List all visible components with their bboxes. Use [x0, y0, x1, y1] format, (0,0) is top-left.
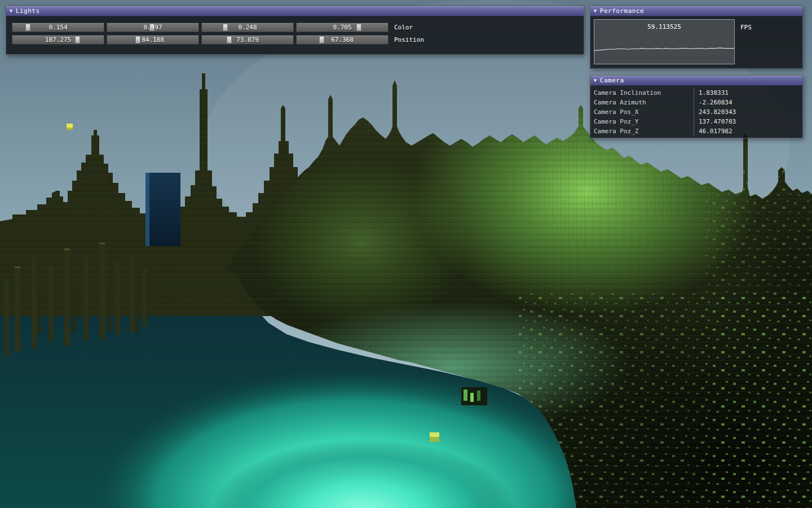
slider-value: 84.188 — [107, 36, 198, 44]
lights-panel: ▼ Lights 0.154 0.497 0.248 0.705 Color — [6, 6, 584, 55]
slider-value: 0.248 — [202, 23, 293, 32]
collapse-triangle-icon[interactable]: ▼ — [10, 9, 12, 14]
camera-titlebar[interactable]: ▼ Camera — [590, 76, 802, 86]
position-row-label: Position — [394, 36, 424, 43]
camera-row-pos-z: Camera Poz_Z 46.017982 — [590, 126, 802, 136]
light-position-slider-2[interactable]: 73.879 — [201, 35, 294, 45]
performance-panel-title: Performance — [600, 7, 644, 15]
light-position-row: 187.275 84.188 73.879 67.368 Position — [12, 35, 579, 45]
camera-row-value: -2.260834 — [694, 98, 732, 107]
camera-row-pos-x: Camera Pos_X 243.820343 — [590, 107, 802, 117]
camera-row-label: Camera Poz_Y — [590, 117, 694, 126]
slider-value: 73.879 — [202, 36, 293, 44]
camera-row-pos-y: Camera Poz_Y 137.470703 — [590, 117, 802, 126]
collapse-triangle-icon[interactable]: ▼ — [594, 9, 597, 14]
performance-titlebar[interactable]: ▼ Performance — [590, 6, 802, 16]
camera-panel: ▼ Camera Camera Inclination 1.838331 Cam… — [590, 75, 803, 138]
camera-panel-title: Camera — [600, 77, 624, 84]
lights-titlebar[interactable]: ▼ Lights — [6, 6, 584, 16]
camera-row-label: Camera Poz_Z — [590, 126, 694, 136]
lights-panel-title: Lights — [16, 7, 40, 15]
slider-value: 67.368 — [297, 36, 388, 44]
fps-graph: 59.113525 — [594, 19, 735, 64]
slider-value: 0.154 — [12, 23, 104, 32]
fps-unit-label: FPS — [740, 24, 752, 64]
camera-row-value: 46.017982 — [694, 126, 732, 136]
performance-panel: ▼ Performance 59.113525 FPS — [590, 6, 803, 69]
light-color-slider-0[interactable]: 0.154 — [12, 23, 104, 32]
camera-row-azimuth: Camera Azimuth -2.260834 — [590, 98, 802, 107]
camera-row-value: 137.470703 — [694, 117, 736, 126]
slider-value: 187.275 — [12, 36, 104, 44]
monolith-block — [145, 173, 180, 246]
camera-row-label: Camera Inclination — [590, 88, 694, 98]
camera-body: Camera Inclination 1.838331 Camera Azimu… — [590, 86, 802, 136]
camera-row-inclination: Camera Inclination 1.838331 — [590, 88, 802, 98]
light-color-slider-3[interactable]: 0.705 — [296, 23, 389, 32]
camera-row-value: 243.820343 — [694, 107, 736, 117]
light-color-row: 0.154 0.497 0.248 0.705 Color — [12, 23, 579, 32]
slider-value: 0.705 — [297, 23, 388, 32]
light-position-slider-3[interactable]: 67.368 — [296, 35, 389, 45]
light-color-slider-1[interactable]: 0.497 — [107, 23, 199, 32]
camera-row-value: 1.838331 — [694, 88, 729, 98]
color-row-label: Color — [394, 24, 413, 31]
camera-row-label: Camera Azimuth — [590, 98, 694, 107]
shore-voxel-clump — [461, 387, 487, 405]
fps-graph-line — [594, 48, 734, 51]
camera-row-label: Camera Pos_X — [590, 107, 694, 117]
performance-body: 59.113525 FPS — [590, 16, 802, 67]
light-position-slider-0[interactable]: 187.275 — [12, 35, 104, 45]
light-cube-1 — [67, 124, 73, 130]
lights-body: 0.154 0.497 0.248 0.705 Color 187.275 — [6, 16, 584, 45]
fps-value: 59.113525 — [594, 23, 734, 30]
light-cube-2 — [430, 432, 439, 442]
collapse-triangle-icon[interactable]: ▼ — [594, 78, 597, 83]
light-position-slider-1[interactable]: 84.188 — [107, 35, 199, 45]
slider-value: 0.497 — [107, 23, 198, 32]
light-color-slider-2[interactable]: 0.248 — [201, 23, 294, 32]
